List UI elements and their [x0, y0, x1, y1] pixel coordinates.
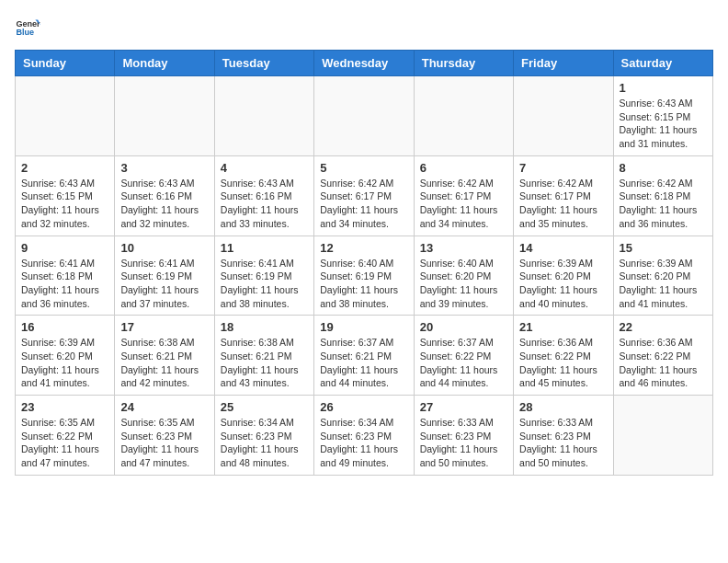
calendar-cell: 28Sunrise: 6:33 AM Sunset: 6:23 PM Dayli…	[514, 396, 613, 476]
calendar-cell: 24Sunrise: 6:35 AM Sunset: 6:23 PM Dayli…	[115, 396, 214, 476]
calendar-cell: 3Sunrise: 6:43 AM Sunset: 6:16 PM Daylig…	[115, 155, 214, 236]
day-info: Sunrise: 6:43 AM Sunset: 6:15 PM Dayligh…	[21, 177, 108, 231]
calendar-week-row: 1Sunrise: 6:43 AM Sunset: 6:15 PM Daylig…	[16, 76, 713, 156]
day-number: 11	[221, 241, 308, 255]
day-info: Sunrise: 6:43 AM Sunset: 6:15 PM Dayligh…	[620, 97, 707, 151]
calendar-cell: 16Sunrise: 6:39 AM Sunset: 6:20 PM Dayli…	[16, 316, 115, 396]
calendar-cell: 23Sunrise: 6:35 AM Sunset: 6:22 PM Dayli…	[16, 396, 115, 476]
day-number: 3	[120, 161, 208, 175]
day-info: Sunrise: 6:40 AM Sunset: 6:19 PM Dayligh…	[320, 257, 407, 311]
day-number: 10	[120, 241, 208, 255]
calendar-cell	[214, 76, 313, 156]
day-info: Sunrise: 6:36 AM Sunset: 6:22 PM Dayligh…	[620, 336, 707, 390]
calendar-cell: 20Sunrise: 6:37 AM Sunset: 6:22 PM Dayli…	[414, 316, 513, 396]
calendar-cell: 26Sunrise: 6:34 AM Sunset: 6:23 PM Dayli…	[314, 396, 414, 476]
calendar-cell: 9Sunrise: 6:41 AM Sunset: 6:18 PM Daylig…	[16, 236, 115, 316]
weekday-header-thursday: Thursday	[414, 51, 513, 76]
calendar-cell: 6Sunrise: 6:42 AM Sunset: 6:17 PM Daylig…	[414, 155, 513, 236]
weekday-header-sunday: Sunday	[16, 51, 115, 76]
day-info: Sunrise: 6:39 AM Sunset: 6:20 PM Dayligh…	[620, 257, 707, 311]
calendar-cell: 14Sunrise: 6:39 AM Sunset: 6:20 PM Dayli…	[514, 236, 613, 316]
day-number: 14	[519, 241, 607, 255]
calendar-cell: 15Sunrise: 6:39 AM Sunset: 6:20 PM Dayli…	[613, 236, 712, 316]
calendar-cell	[115, 76, 214, 156]
logo-icon: General Blue	[15, 15, 40, 40]
day-number: 5	[320, 161, 407, 175]
weekday-header-tuesday: Tuesday	[214, 51, 313, 76]
calendar-cell: 19Sunrise: 6:37 AM Sunset: 6:21 PM Dayli…	[314, 316, 414, 396]
day-number: 4	[221, 161, 308, 175]
day-number: 18	[221, 320, 308, 334]
day-info: Sunrise: 6:39 AM Sunset: 6:20 PM Dayligh…	[21, 336, 108, 390]
day-number: 28	[519, 400, 607, 414]
calendar-cell	[514, 76, 613, 156]
day-info: Sunrise: 6:38 AM Sunset: 6:21 PM Dayligh…	[120, 336, 208, 390]
calendar-week-row: 2Sunrise: 6:43 AM Sunset: 6:15 PM Daylig…	[16, 155, 713, 236]
calendar-cell: 17Sunrise: 6:38 AM Sunset: 6:21 PM Dayli…	[115, 316, 214, 396]
calendar-cell	[314, 76, 414, 156]
day-number: 16	[21, 320, 108, 334]
day-number: 2	[21, 161, 108, 175]
day-info: Sunrise: 6:41 AM Sunset: 6:19 PM Dayligh…	[221, 257, 308, 311]
day-number: 9	[21, 241, 108, 255]
calendar-table: SundayMondayTuesdayWednesdayThursdayFrid…	[15, 50, 713, 476]
day-info: Sunrise: 6:39 AM Sunset: 6:20 PM Dayligh…	[519, 257, 607, 311]
weekday-header-friday: Friday	[514, 51, 613, 76]
day-info: Sunrise: 6:43 AM Sunset: 6:16 PM Dayligh…	[120, 177, 208, 231]
calendar-cell: 22Sunrise: 6:36 AM Sunset: 6:22 PM Dayli…	[613, 316, 712, 396]
calendar-cell	[613, 396, 712, 476]
weekday-header-saturday: Saturday	[613, 51, 712, 76]
day-info: Sunrise: 6:42 AM Sunset: 6:17 PM Dayligh…	[519, 177, 607, 231]
day-info: Sunrise: 6:42 AM Sunset: 6:17 PM Dayligh…	[320, 177, 407, 231]
calendar-week-row: 16Sunrise: 6:39 AM Sunset: 6:20 PM Dayli…	[16, 316, 713, 396]
day-number: 12	[320, 241, 407, 255]
calendar-cell: 2Sunrise: 6:43 AM Sunset: 6:15 PM Daylig…	[16, 155, 115, 236]
weekday-header-wednesday: Wednesday	[314, 51, 414, 76]
day-info: Sunrise: 6:34 AM Sunset: 6:23 PM Dayligh…	[221, 416, 308, 470]
day-number: 7	[519, 161, 607, 175]
calendar-cell: 4Sunrise: 6:43 AM Sunset: 6:16 PM Daylig…	[214, 155, 313, 236]
day-number: 21	[519, 320, 607, 334]
calendar-week-row: 23Sunrise: 6:35 AM Sunset: 6:22 PM Dayli…	[16, 396, 713, 476]
day-number: 13	[420, 241, 507, 255]
day-number: 27	[420, 400, 507, 414]
calendar-cell	[414, 76, 513, 156]
day-info: Sunrise: 6:40 AM Sunset: 6:20 PM Dayligh…	[420, 257, 507, 311]
day-info: Sunrise: 6:42 AM Sunset: 6:17 PM Dayligh…	[420, 177, 507, 231]
day-number: 8	[620, 161, 707, 175]
day-info: Sunrise: 6:37 AM Sunset: 6:21 PM Dayligh…	[320, 336, 407, 390]
day-info: Sunrise: 6:33 AM Sunset: 6:23 PM Dayligh…	[420, 416, 507, 470]
day-number: 24	[120, 400, 208, 414]
calendar-week-row: 9Sunrise: 6:41 AM Sunset: 6:18 PM Daylig…	[16, 236, 713, 316]
day-number: 19	[320, 320, 407, 334]
day-info: Sunrise: 6:34 AM Sunset: 6:23 PM Dayligh…	[320, 416, 407, 470]
logo: General Blue	[15, 15, 44, 40]
calendar-cell: 10Sunrise: 6:41 AM Sunset: 6:19 PM Dayli…	[115, 236, 214, 316]
calendar-cell: 7Sunrise: 6:42 AM Sunset: 6:17 PM Daylig…	[514, 155, 613, 236]
day-info: Sunrise: 6:35 AM Sunset: 6:22 PM Dayligh…	[21, 416, 108, 470]
day-info: Sunrise: 6:33 AM Sunset: 6:23 PM Dayligh…	[519, 416, 607, 470]
day-info: Sunrise: 6:35 AM Sunset: 6:23 PM Dayligh…	[120, 416, 208, 470]
day-number: 20	[420, 320, 507, 334]
day-info: Sunrise: 6:43 AM Sunset: 6:16 PM Dayligh…	[221, 177, 308, 231]
calendar-cell: 21Sunrise: 6:36 AM Sunset: 6:22 PM Dayli…	[514, 316, 613, 396]
calendar-cell: 13Sunrise: 6:40 AM Sunset: 6:20 PM Dayli…	[414, 236, 513, 316]
calendar-cell: 5Sunrise: 6:42 AM Sunset: 6:17 PM Daylig…	[314, 155, 414, 236]
day-number: 22	[620, 320, 707, 334]
calendar-cell: 25Sunrise: 6:34 AM Sunset: 6:23 PM Dayli…	[214, 396, 313, 476]
calendar-cell: 8Sunrise: 6:42 AM Sunset: 6:18 PM Daylig…	[613, 155, 712, 236]
day-number: 6	[420, 161, 507, 175]
calendar-cell: 27Sunrise: 6:33 AM Sunset: 6:23 PM Dayli…	[414, 396, 513, 476]
calendar-cell: 12Sunrise: 6:40 AM Sunset: 6:19 PM Dayli…	[314, 236, 414, 316]
page-header: General Blue	[15, 15, 713, 40]
day-info: Sunrise: 6:36 AM Sunset: 6:22 PM Dayligh…	[519, 336, 607, 390]
day-info: Sunrise: 6:41 AM Sunset: 6:18 PM Dayligh…	[21, 257, 108, 311]
calendar-cell	[16, 76, 115, 156]
weekday-header-row: SundayMondayTuesdayWednesdayThursdayFrid…	[16, 51, 713, 76]
day-info: Sunrise: 6:41 AM Sunset: 6:19 PM Dayligh…	[120, 257, 208, 311]
day-info: Sunrise: 6:38 AM Sunset: 6:21 PM Dayligh…	[221, 336, 308, 390]
day-info: Sunrise: 6:42 AM Sunset: 6:18 PM Dayligh…	[620, 177, 707, 231]
day-info: Sunrise: 6:37 AM Sunset: 6:22 PM Dayligh…	[420, 336, 507, 390]
calendar-cell: 11Sunrise: 6:41 AM Sunset: 6:19 PM Dayli…	[214, 236, 313, 316]
day-number: 1	[620, 81, 707, 95]
